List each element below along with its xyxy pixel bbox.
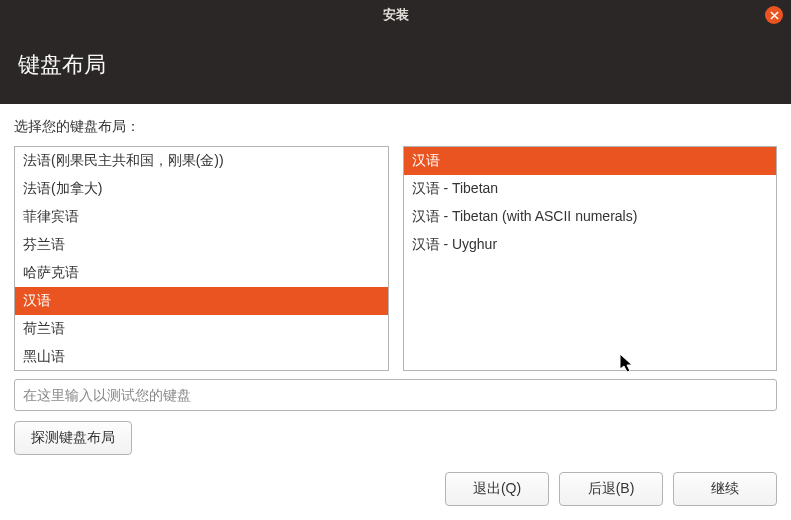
layout-item[interactable]: 法语(加拿大) [15, 175, 388, 203]
window-title: 安装 [383, 6, 409, 24]
page-title: 键盘布局 [18, 52, 106, 77]
quit-button[interactable]: 退出(Q) [445, 472, 549, 506]
close-button[interactable] [765, 6, 783, 24]
prompt-label: 选择您的键盘布局： [14, 118, 777, 136]
continue-button[interactable]: 继续 [673, 472, 777, 506]
variant-item[interactable]: 汉语 [404, 147, 777, 175]
content-area: 选择您的键盘布局： 法语(刚果民主共和国，刚果(金))法语(加拿大)菲律宾语芬兰… [0, 104, 791, 455]
layout-lists: 法语(刚果民主共和国，刚果(金))法语(加拿大)菲律宾语芬兰语哈萨克语汉语荷兰语… [14, 146, 777, 371]
detect-layout-button[interactable]: 探测键盘布局 [14, 421, 132, 455]
page-header: 键盘布局 [0, 30, 791, 104]
keyboard-test-input[interactable] [14, 379, 777, 411]
layout-item[interactable]: 哈萨克语 [15, 259, 388, 287]
variant-item[interactable]: 汉语 - Uyghur [404, 231, 777, 259]
layout-item[interactable]: 菲律宾语 [15, 203, 388, 231]
footer-buttons: 退出(Q) 后退(B) 继续 [445, 472, 777, 506]
variant-item[interactable]: 汉语 - Tibetan [404, 175, 777, 203]
layout-item[interactable]: 汉语 [15, 287, 388, 315]
layout-item[interactable]: 法语(刚果民主共和国，刚果(金)) [15, 147, 388, 175]
layout-item[interactable]: 芬兰语 [15, 231, 388, 259]
close-icon [770, 11, 779, 20]
layout-list-left[interactable]: 法语(刚果民主共和国，刚果(金))法语(加拿大)菲律宾语芬兰语哈萨克语汉语荷兰语… [14, 146, 389, 371]
layout-variant-list-right[interactable]: 汉语汉语 - Tibetan汉语 - Tibetan (with ASCII n… [403, 146, 778, 371]
layout-item[interactable]: 黑山语 [15, 343, 388, 371]
layout-item[interactable]: 荷兰语 [15, 315, 388, 343]
titlebar: 安装 [0, 0, 791, 30]
back-button[interactable]: 后退(B) [559, 472, 663, 506]
variant-item[interactable]: 汉语 - Tibetan (with ASCII numerals) [404, 203, 777, 231]
